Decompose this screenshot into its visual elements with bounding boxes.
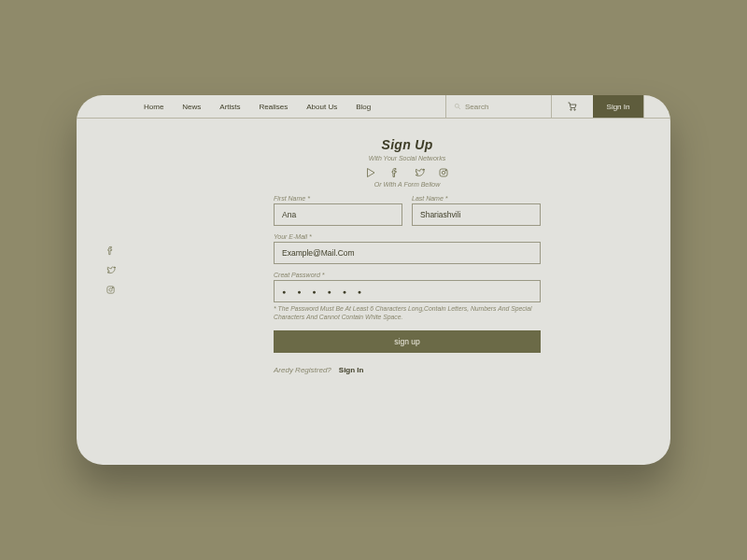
twitter-icon[interactable]: [106, 265, 116, 275]
email-label: Your E-Mail *: [274, 233, 541, 240]
svg-point-5: [108, 288, 111, 291]
top-nav: Home News Artists Realises About Us Blog…: [77, 95, 670, 119]
search-icon: [454, 103, 461, 110]
svg-point-3: [574, 109, 575, 110]
page-title: Sign Up: [382, 137, 433, 152]
cart-button[interactable]: [551, 95, 593, 118]
password-hint: * The Password Must Be At Least 6 Charac…: [274, 304, 541, 321]
twitter-icon[interactable]: [414, 167, 425, 178]
svg-point-9: [445, 170, 446, 171]
already-text: Aredy Registred?: [274, 366, 331, 374]
nav-tail: [643, 95, 670, 118]
signin-link[interactable]: Sign In: [339, 366, 364, 374]
play-icon[interactable]: [365, 167, 376, 178]
svg-point-8: [442, 171, 445, 175]
nav-about[interactable]: About Us: [306, 103, 337, 111]
side-socials: [77, 119, 144, 465]
nav-links: Home News Artists Realises About Us Blog: [77, 95, 445, 118]
signup-button[interactable]: sign up: [274, 330, 541, 353]
svg-point-2: [571, 109, 571, 110]
social-subtitle: With Your Social Networks: [369, 155, 445, 161]
search-placeholder: Search: [465, 103, 488, 111]
signup-card: Home News Artists Realises About Us Blog…: [77, 95, 670, 465]
last-name-label: Last Name *: [412, 195, 541, 202]
email-input[interactable]: Example@Mail.Com: [274, 242, 541, 264]
nav-blog[interactable]: Blog: [356, 103, 371, 111]
svg-line-1: [458, 107, 460, 109]
svg-point-0: [455, 104, 458, 107]
form-subtitle: Or With A Form Bellow: [374, 181, 441, 188]
signin-button[interactable]: Sign In: [593, 95, 643, 118]
password-input[interactable]: ● ● ● ● ● ●: [274, 280, 541, 302]
search-box[interactable]: Search: [445, 95, 551, 118]
signup-form: First Name * Ana Last Name * Shariashvil…: [274, 195, 541, 374]
instagram-icon[interactable]: [438, 167, 449, 178]
password-label: Creat Password *: [274, 272, 541, 278]
nav-home[interactable]: Home: [144, 103, 163, 111]
facebook-icon[interactable]: [106, 245, 116, 256]
nav-realises[interactable]: Realises: [260, 103, 289, 111]
cart-icon: [567, 101, 578, 112]
nav-news[interactable]: News: [182, 103, 201, 111]
facebook-icon[interactable]: [389, 167, 401, 178]
last-name-input[interactable]: Shariashvili: [412, 203, 541, 226]
first-name-input[interactable]: Ana: [274, 203, 402, 226]
main: Sign Up With Your Social Networks Or Wit…: [144, 119, 670, 465]
first-name-label: First Name *: [274, 195, 402, 202]
svg-point-6: [112, 287, 113, 288]
social-login-row: [365, 167, 449, 178]
nav-artists[interactable]: Artists: [219, 103, 240, 111]
instagram-icon[interactable]: [106, 285, 116, 295]
